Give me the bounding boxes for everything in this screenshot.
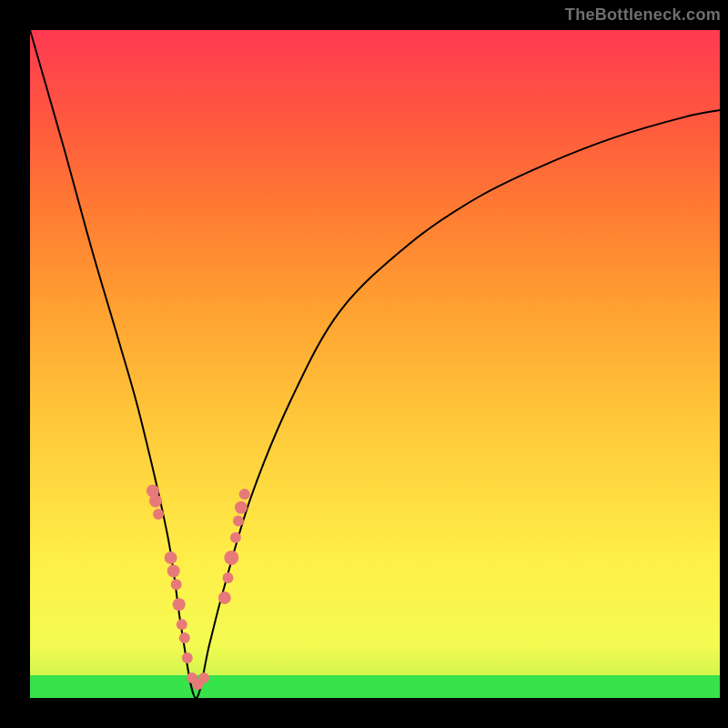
data-marker [167, 565, 180, 578]
data-marker [239, 489, 250, 500]
data-marker [235, 501, 248, 514]
data-marker [233, 516, 244, 527]
bottleneck-curve [30, 30, 720, 698]
data-marker [224, 551, 238, 565]
data-marker [230, 532, 241, 543]
watermark-text: TheBottleneck.com [565, 5, 721, 25]
data-markers [147, 485, 250, 691]
data-marker [179, 632, 190, 643]
data-marker [165, 551, 177, 564]
data-marker [182, 652, 193, 663]
data-marker [171, 579, 182, 590]
data-marker [177, 619, 187, 630]
curve-layer [30, 30, 720, 698]
data-marker [153, 509, 164, 520]
data-marker [223, 572, 234, 583]
data-marker [198, 672, 209, 683]
data-marker [149, 495, 162, 508]
chart-stage: TheBottleneck.com [0, 0, 728, 728]
data-marker [173, 598, 186, 611]
data-marker [218, 592, 231, 604]
plot-area [30, 30, 720, 698]
